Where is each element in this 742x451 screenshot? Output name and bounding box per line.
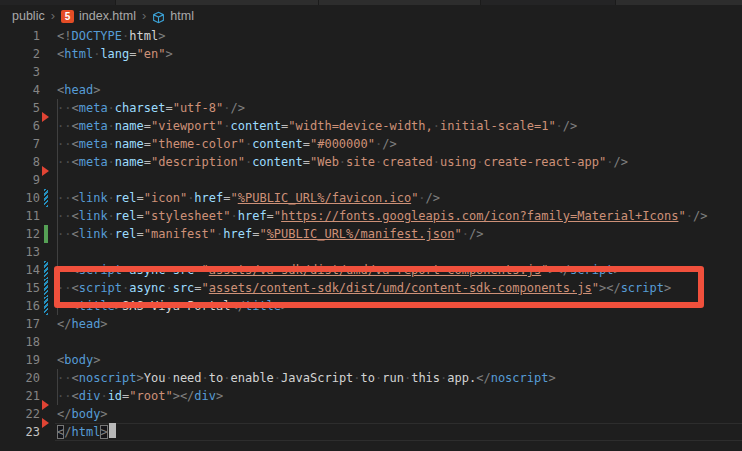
code-line-text: </head>: [57, 315, 108, 333]
gutter-deleted-marker[interactable]: [42, 418, 49, 428]
symbol-cube-icon: [152, 11, 165, 24]
breadcrumb-item-symbol[interactable]: html: [170, 9, 194, 23]
code-line[interactable]: 17</head>: [0, 315, 742, 333]
line-number: 12: [0, 225, 40, 243]
line-number: 19: [0, 351, 40, 369]
code-line[interactable]: 4<head>: [0, 81, 742, 99]
line-number: 23: [0, 423, 40, 441]
gutter-modified-marker: [44, 261, 48, 279]
code-line-text: </body>: [57, 405, 108, 423]
code-line-text: <body>: [57, 351, 100, 369]
line-number: 20: [0, 369, 40, 387]
code-line[interactable]: 13: [0, 243, 742, 261]
code-line[interactable]: 10··<link·rel="icon"·href="%PUBLIC_URL%/…: [0, 189, 742, 207]
code-line-text: <head>: [57, 81, 100, 99]
gutter-modified-marker: [44, 279, 48, 297]
line-number: 6: [0, 117, 40, 135]
code-line[interactable]: 2<html·lang="en">: [0, 45, 742, 63]
line-number: 7: [0, 135, 40, 153]
code-line[interactable]: 20··<noscript>You·need·to·enable·JavaScr…: [0, 369, 742, 387]
annotation-highlight-box: [54, 266, 704, 308]
code-line[interactable]: 7··<meta·name="theme-color"·content="#00…: [0, 135, 742, 153]
gutter-deleted-marker[interactable]: [42, 400, 49, 410]
code-line-text: ··<meta·name="description"·content="Web·…: [57, 153, 628, 171]
line-number: 17: [0, 315, 40, 333]
code-line[interactable]: 1<!DOCTYPE·html>: [0, 27, 742, 45]
code-line[interactable]: 12··<link·rel="manifest"·href="%PUBLIC_U…: [0, 225, 742, 243]
breadcrumb: public › 5 index.html › html: [0, 5, 742, 27]
code-line-text: <html·lang="en">: [57, 45, 173, 63]
line-number: 10: [0, 189, 40, 207]
gutter-modified-marker: [44, 189, 48, 207]
breadcrumb-item-file[interactable]: index.html: [79, 9, 136, 23]
code-line-text: ··<noscript>You·need·to·enable·JavaScrip…: [57, 369, 556, 387]
line-number: 21: [0, 387, 40, 405]
line-number: 13: [0, 243, 40, 261]
code-line-text: ··<meta·name="theme-color"·content="#000…: [57, 135, 397, 153]
code-line[interactable]: 19<body>: [0, 351, 742, 369]
line-number: 14: [0, 261, 40, 279]
line-number: 15: [0, 279, 40, 297]
code-line[interactable]: 21··<div·id="root"></div>: [0, 387, 742, 405]
code-line[interactable]: 11··<link·rel="stylesheet"·href="https:/…: [0, 207, 742, 225]
code-line-text: </html>: [57, 423, 116, 441]
text-cursor: [109, 423, 116, 438]
gutter-deleted-marker[interactable]: [42, 112, 49, 122]
line-number: 22: [0, 405, 40, 423]
code-line[interactable]: 6··<meta·name="viewport"·content="width=…: [0, 117, 742, 135]
code-line-text: <!DOCTYPE·html>: [57, 27, 165, 45]
line-number: 18: [0, 333, 40, 351]
code-line-text: ··<link·rel="icon"·href="%PUBLIC_URL%/fa…: [57, 189, 440, 207]
code-line-text: ··<link·rel="stylesheet"·href="https://f…: [57, 207, 707, 225]
code-line[interactable]: 23</html>: [0, 423, 742, 441]
gutter-modified-marker: [44, 297, 48, 315]
line-number: 9: [0, 171, 40, 189]
chevron-right-icon: ›: [142, 8, 146, 23]
breadcrumb-item-folder[interactable]: public: [12, 9, 45, 23]
gutter-added-marker: [44, 225, 48, 243]
gutter-deleted-marker[interactable]: [42, 166, 49, 176]
html5-file-icon: 5: [61, 10, 74, 23]
code-line[interactable]: 5··<meta·charset="utf-8"·/>: [0, 99, 742, 117]
code-line-text: ··<meta·name="viewport"·content="width=d…: [57, 117, 577, 135]
code-line[interactable]: 8··<meta·name="description"·content="Web…: [0, 153, 742, 171]
code-line[interactable]: 22</body>: [0, 405, 742, 423]
code-line[interactable]: 9: [0, 171, 742, 189]
chevron-right-icon: ›: [51, 8, 55, 23]
line-number: 5: [0, 99, 40, 117]
line-number: 1: [0, 27, 40, 45]
code-line-text: ··<link·rel="manifest"·href="%PUBLIC_URL…: [57, 225, 483, 243]
code-line[interactable]: 3: [0, 63, 742, 81]
line-number: 8: [0, 153, 40, 171]
code-line[interactable]: 18: [0, 333, 742, 351]
line-number: 3: [0, 63, 40, 81]
code-line-text: ··<meta·charset="utf-8"·/>: [57, 99, 245, 117]
line-number: 11: [0, 207, 40, 225]
line-number: 4: [0, 81, 40, 99]
line-number: 2: [0, 45, 40, 63]
code-line-text: ··<div·id="root"></div>: [57, 387, 223, 405]
line-number: 16: [0, 297, 40, 315]
code-editor[interactable]: 1<!DOCTYPE·html>2<html·lang="en">34<head…: [0, 27, 742, 441]
